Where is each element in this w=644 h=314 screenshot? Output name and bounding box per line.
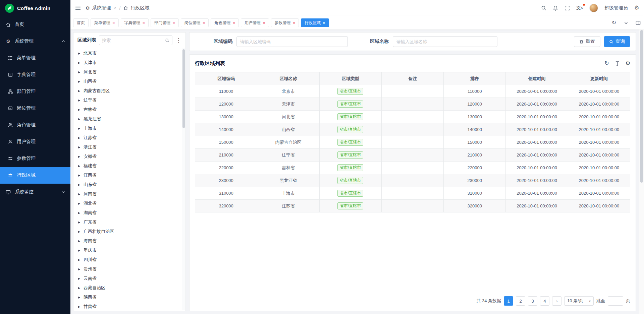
chevron-right-icon[interactable]: ▶ [77, 71, 81, 74]
sidebar-item-dict-mgmt[interactable]: 字典管理 [0, 66, 70, 83]
tree-scrollbar-thumb[interactable] [182, 49, 185, 128]
tree-item[interactable]: ▶内蒙古自治区 [77, 86, 182, 96]
layout-icon[interactable] [632, 16, 644, 29]
window-scrollbar-thumb[interactable] [640, 30, 643, 183]
table-row[interactable]: 210000辽宁省省市/直辖市2100002020-10-01 00:00:00… [195, 149, 630, 162]
page-button-2[interactable]: 2 [516, 296, 525, 306]
refresh-icon[interactable]: ↻ [604, 61, 609, 66]
tree-item[interactable]: ▶广东省 [77, 217, 182, 227]
sidebar-group-system[interactable]: ⚙ 系统管理 [0, 33, 70, 50]
chevron-right-icon[interactable]: ▶ [77, 80, 81, 83]
search-icon[interactable] [541, 5, 546, 11]
chevron-right-icon[interactable]: ▶ [77, 202, 81, 205]
chevron-right-icon[interactable]: ▶ [77, 268, 81, 271]
chevron-right-icon[interactable]: ▶ [77, 305, 81, 308]
tab-user-mgmt[interactable]: 用户管理× [241, 18, 269, 27]
close-icon[interactable]: × [263, 21, 265, 25]
breadcrumb-current[interactable]: 行政区域 [130, 5, 149, 11]
sidebar-item-region[interactable]: 行政区域 [0, 167, 70, 184]
chevron-right-icon[interactable]: ▶ [77, 277, 81, 280]
chevron-right-icon[interactable]: ▶ [77, 296, 81, 299]
tree-item[interactable]: ▶甘肃省 [77, 302, 182, 311]
tree-item[interactable]: ▶山东省 [77, 180, 182, 189]
sidebar-item-menu-mgmt[interactable]: 菜单管理 [0, 50, 70, 66]
sidebar-item-param-mgmt[interactable]: 参数管理 [0, 150, 70, 167]
close-icon[interactable]: × [112, 21, 115, 25]
region-code-input[interactable] [236, 36, 348, 47]
avatar[interactable] [589, 4, 598, 12]
close-icon[interactable]: × [143, 21, 145, 25]
tree-item[interactable]: ▶江西省 [77, 171, 182, 180]
tree-item[interactable]: ▶吉林省 [77, 105, 182, 114]
tree-item[interactable]: ▶四川省 [77, 255, 182, 264]
tab-region[interactable]: 行政区域× [301, 18, 329, 27]
chevron-right-icon[interactable]: ▶ [77, 99, 81, 102]
chevron-right-icon[interactable]: ▶ [77, 249, 81, 252]
chevron-right-icon[interactable]: ▶ [77, 174, 81, 177]
chevron-right-icon[interactable]: ▶ [77, 221, 81, 224]
tree-search-input[interactable] [102, 38, 163, 43]
chevron-right-icon[interactable]: ▶ [77, 193, 81, 196]
jump-page-input[interactable] [608, 296, 623, 306]
page-size-select[interactable]: 10 条/页 ▾ [564, 296, 594, 306]
table-row[interactable]: 130000河北省省市/直辖市1300002020-10-01 00:00:00… [195, 111, 630, 123]
chevron-right-icon[interactable]: ▶ [77, 183, 81, 186]
tree-item[interactable]: ▶陕西省 [77, 293, 182, 302]
table-row[interactable]: 220000吉林省省市/直辖市2200002020-10-01 00:00:00… [195, 162, 630, 174]
window-scrollbar[interactable] [639, 29, 644, 314]
density-icon[interactable] [615, 61, 620, 66]
refresh-tabs-icon[interactable]: ↻ [608, 16, 620, 29]
tree-item[interactable]: ▶北京市 [77, 49, 182, 58]
page-button-1[interactable]: 1 [504, 296, 513, 306]
chevron-right-icon[interactable]: ▶ [77, 240, 81, 243]
chevron-right-icon[interactable]: ▶ [77, 230, 81, 233]
tab-dict-mgmt[interactable]: 字典管理× [121, 18, 149, 27]
chevron-right-icon[interactable]: ▶ [77, 127, 81, 130]
table-row[interactable]: 310000上海市省市/直辖市3100002020-10-01 00:00:00… [195, 187, 630, 200]
chevron-right-icon[interactable]: ▶ [77, 211, 81, 214]
tree-item[interactable]: ▶辽宁省 [77, 96, 182, 105]
tree-item[interactable]: ▶河北省 [77, 67, 182, 77]
chevron-right-icon[interactable]: ▶ [77, 165, 81, 168]
sidebar-item-user-mgmt[interactable]: 用户管理 [0, 133, 70, 150]
next-page-button[interactable]: › [552, 296, 561, 306]
tab-post-mgmt[interactable]: 岗位管理× [181, 18, 209, 27]
search-icon[interactable] [165, 38, 169, 43]
tree-item[interactable]: ▶云南省 [77, 274, 182, 283]
tree-item[interactable]: ▶浙江省 [77, 142, 182, 152]
tree-item[interactable]: ▶西藏自治区 [77, 283, 182, 293]
chevron-right-icon[interactable]: ▶ [77, 118, 81, 121]
tree-item[interactable]: ▶山西省 [77, 77, 182, 86]
collapse-sidebar-icon[interactable] [75, 5, 81, 10]
table-row[interactable]: 320000江苏省省市/直辖市3200002020-10-01 00:00:00… [195, 200, 630, 212]
chevron-right-icon[interactable]: ▶ [77, 52, 81, 55]
chevron-right-icon[interactable]: ▶ [77, 61, 81, 64]
tree-item[interactable]: ▶广西壮族自治区 [77, 227, 182, 236]
breadcrumb-root[interactable]: 系统管理 [92, 5, 111, 11]
user-name[interactable]: 超级管理员 [604, 5, 628, 11]
more-options-icon[interactable]: ⋮ [175, 38, 182, 43]
chevron-right-icon[interactable]: ▶ [77, 258, 81, 261]
table-row[interactable]: 230000黑龙江省省市/直辖市2300002020-10-01 00:00:0… [195, 174, 630, 187]
tree-scrollbar[interactable] [182, 48, 185, 310]
tree-item[interactable]: ▶湖北省 [77, 199, 182, 208]
tree-item[interactable]: ▶海南省 [77, 236, 182, 246]
table-row[interactable]: 140000山西省省市/直辖市1400002020-10-01 00:00:00… [195, 123, 630, 136]
table-row[interactable]: 110000北京市省市/直辖市1100002020-10-01 00:00:00… [195, 85, 630, 98]
tab-menu-mgmt[interactable]: 菜单管理× [91, 18, 119, 27]
table-row[interactable]: 120000天津市省市/直辖市1200002020-10-01 00:00:00… [195, 98, 630, 111]
chevron-right-icon[interactable]: ▶ [77, 108, 81, 111]
close-icon[interactable]: × [323, 21, 325, 25]
tree-item[interactable]: ▶湖南省 [77, 208, 182, 217]
sidebar-item-dept-mgmt[interactable]: 部门管理 [0, 83, 70, 100]
query-button[interactable]: 查询 [604, 36, 630, 47]
region-name-input[interactable] [393, 36, 497, 47]
chevron-right-icon[interactable]: ▶ [77, 89, 81, 92]
tab-home[interactable]: 首页 [73, 18, 89, 27]
notification-bell-icon[interactable] [553, 5, 558, 11]
tree-item[interactable]: ▶河南省 [77, 189, 182, 199]
tab-param-mgmt[interactable]: 参数管理× [271, 18, 299, 27]
tree-item[interactable]: ▶江苏省 [77, 133, 182, 142]
tree-item[interactable]: ▶重庆市 [77, 246, 182, 255]
close-icon[interactable]: × [232, 21, 235, 25]
